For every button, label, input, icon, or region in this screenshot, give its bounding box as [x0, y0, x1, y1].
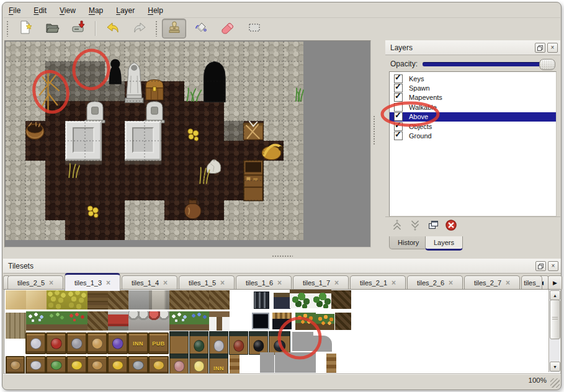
tileset-tile-shutterwin[interactable] — [274, 293, 290, 309]
tileset-tile-sign[interactable]: INN — [128, 332, 148, 354]
menu-item-layer[interactable]: Layer — [114, 5, 137, 16]
tileset-tile-archred[interactable] — [149, 311, 169, 331]
toolbar-grip[interactable] — [155, 20, 158, 37]
layer-row-ground[interactable]: ✓Ground — [390, 131, 556, 140]
close-tab-icon[interactable]: × — [49, 278, 53, 287]
tab-history[interactable]: History — [389, 236, 427, 249]
tileset-tile-greenhang[interactable] — [311, 290, 331, 308]
tileset-tile-beamdark[interactable] — [335, 313, 351, 330]
tileset-tile-sign[interactable] — [87, 356, 107, 374]
tileset-tab-tiles_1_3[interactable]: tiles_1_3× — [65, 273, 120, 291]
tileset-tile-grayflat2[interactable] — [292, 332, 313, 351]
tileset-tile-sign[interactable] — [25, 332, 46, 354]
tileset-tile-hang[interactable]: INN — [209, 354, 228, 374]
tileset-tile-planks[interactable] — [87, 290, 108, 310]
scroll-down-icon[interactable]: ▼ — [550, 362, 560, 372]
tileset-tile-beamX[interactable] — [108, 290, 128, 310]
tileset-tab-tiles[interactable]: tiles_ — [521, 275, 542, 290]
tileset-tile-hang[interactable] — [209, 331, 228, 355]
menu-item-help[interactable]: Help — [145, 5, 166, 16]
tileset-tile-hang[interactable] — [169, 354, 189, 374]
layer-row-above[interactable]: ✓Above — [390, 112, 556, 122]
tileset-tile-sign[interactable] — [6, 356, 25, 374]
close-tab-icon[interactable]: × — [392, 278, 396, 287]
tileset-tile-sign[interactable] — [107, 332, 128, 354]
tileset-scrollbar[interactable]: ▲ ▼ — [548, 290, 560, 372]
tileset-tile-hang[interactable] — [229, 331, 248, 355]
tileset-tile-sand[interactable] — [26, 290, 47, 310]
map-viewport[interactable] — [4, 40, 371, 247]
tileset-tab-tiles_2_6[interactable]: tiles_2_6× — [407, 275, 463, 290]
menu-item-edit[interactable]: Edit — [31, 5, 49, 16]
tileset-tile-beamX[interactable] — [209, 290, 230, 310]
tileset-tab-tiles_1_4[interactable]: tiles_1_4× — [122, 275, 177, 290]
tileset-tile-hang[interactable] — [169, 331, 189, 355]
tileset-tile-grayflat[interactable] — [128, 290, 149, 310]
tileset-tile-sign[interactable] — [46, 356, 66, 374]
tileset-tile-flowerW[interactable] — [26, 311, 47, 331]
undo-button[interactable] — [101, 19, 125, 38]
toolbar-grip[interactable] — [6, 20, 9, 37]
close-tab-icon[interactable]: × — [506, 278, 510, 287]
tileset-tile-beamX[interactable] — [87, 311, 108, 331]
tileset-tile-sign[interactable] — [66, 356, 87, 374]
tileset-tab-tiles_2_5[interactable]: tiles_2_5× — [7, 275, 63, 290]
tileset-tile-flowerO[interactable] — [316, 314, 334, 330]
tileset-tile-archgray[interactable] — [128, 311, 149, 331]
tileset-tile-sand[interactable] — [6, 290, 26, 310]
close-icon[interactable]: × — [547, 43, 558, 53]
tileset-tile-grayflat2[interactable] — [313, 336, 332, 352]
float-icon[interactable] — [535, 261, 546, 271]
close-tab-icon[interactable]: × — [163, 278, 168, 287]
tileset-tile-hang[interactable] — [189, 354, 208, 374]
select-tool-button[interactable] — [242, 19, 266, 38]
layer-list[interactable]: ✓Keys✓Spawn✓MapeventsWalkable✓Above✓Obje… — [389, 71, 557, 216]
tileset-tab-tiles_1_7[interactable]: tiles_1_7× — [293, 275, 349, 290]
tileset-tile-greenhang[interactable] — [290, 290, 311, 308]
tileset-tile-pillarthin[interactable] — [326, 354, 336, 373]
layer-row-mapevents[interactable]: ✓Mapevents — [390, 93, 556, 102]
duplicate-layer-button[interactable] — [425, 218, 441, 234]
tileset-tile-beamdark[interactable] — [331, 290, 351, 309]
tileset-tab-tiles_1_6[interactable]: tiles_1_6× — [236, 275, 292, 290]
tileset-tile-sign[interactable] — [87, 332, 107, 354]
tileset-tile-grayflat2[interactable] — [260, 352, 274, 373]
menu-item-file[interactable]: File — [6, 5, 23, 16]
opacity-slider-handle[interactable] — [539, 59, 555, 70]
float-icon[interactable] — [535, 43, 545, 53]
redo-button[interactable] — [127, 19, 151, 38]
tileset-tile-beamX[interactable] — [189, 290, 209, 310]
close-tab-icon[interactable]: × — [334, 278, 339, 287]
scroll-up-icon[interactable]: ▲ — [550, 290, 560, 300]
layer-row-spawn[interactable]: ✓Spawn — [390, 83, 556, 92]
tileset-tile-hang[interactable] — [189, 331, 208, 355]
new-file-button[interactable] — [13, 19, 37, 38]
tileset-tab-tiles_1_5[interactable]: tiles_1_5× — [179, 275, 235, 290]
close-tab-icon[interactable]: × — [277, 278, 282, 287]
tileset-tile-flowerW[interactable] — [169, 311, 189, 331]
stamp-tool-button[interactable] — [162, 19, 186, 38]
layer-row-keys[interactable]: ✓Keys — [390, 74, 556, 83]
tileset-tile-blackwin[interactable] — [252, 313, 269, 329]
tileset-tab-tiles_2_1[interactable]: tiles_2_1× — [350, 275, 406, 290]
tileset-tile-woodT[interactable] — [209, 311, 230, 331]
tileset-tile-sign[interactable] — [46, 332, 66, 354]
tileset-tile-flowerO[interactable] — [295, 313, 316, 330]
tileset-tile-pillarthin[interactable] — [230, 355, 239, 374]
fill-tool-button[interactable] — [189, 19, 213, 38]
tab-layers[interactable]: Layers — [425, 236, 463, 251]
tileset-tile-mailbox[interactable] — [108, 311, 128, 331]
tileset-tab-tiles_2_7[interactable]: tiles_2_7× — [464, 275, 520, 290]
tileset-tile-beamX[interactable] — [169, 290, 189, 310]
tileset-tile-flowerB[interactable] — [189, 311, 209, 331]
vertical-splitter-handle[interactable] — [373, 115, 376, 145]
tileset-tile-flowerG[interactable] — [47, 311, 67, 331]
tileset-tile-hang[interactable] — [249, 331, 268, 355]
close-tab-icon[interactable]: × — [449, 278, 453, 287]
tileset-tile-barswin[interactable] — [254, 292, 269, 309]
resize-grip[interactable] — [550, 378, 560, 388]
open-file-button[interactable] — [40, 19, 64, 38]
tileset-tile-flowerR[interactable] — [67, 311, 87, 331]
layer-row-objects[interactable]: ✓Objects — [390, 122, 556, 131]
tileset-tile-shutters[interactable] — [6, 313, 26, 339]
